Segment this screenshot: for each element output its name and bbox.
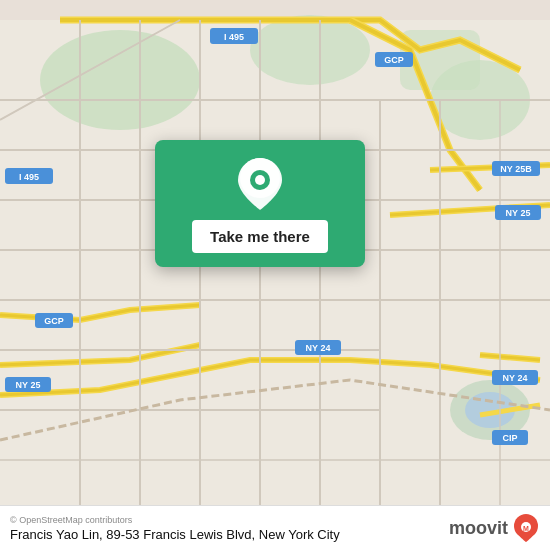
svg-point-1 — [40, 30, 200, 130]
moovit-text: moovit — [449, 518, 508, 539]
svg-text:GCP: GCP — [384, 55, 404, 65]
svg-text:CIP: CIP — [502, 433, 517, 443]
svg-text:NY 24: NY 24 — [306, 343, 331, 353]
svg-text:I 495: I 495 — [224, 32, 244, 42]
location-card: Take me there — [155, 140, 365, 267]
svg-text:I 495: I 495 — [19, 172, 39, 182]
map-background: I 495 I 495 GCP GCP NY 25B NY 25 NY 25 N… — [0, 0, 550, 550]
svg-text:GCP: GCP — [44, 316, 64, 326]
moovit-pin-icon: M — [512, 514, 540, 542]
svg-text:NY 24: NY 24 — [503, 373, 528, 383]
svg-point-46 — [255, 175, 265, 185]
address-text: Francis Yao Lin, 89-53 Francis Lewis Blv… — [10, 527, 439, 542]
take-me-there-button[interactable]: Take me there — [192, 220, 328, 253]
bottom-text-area: © OpenStreetMap contributors Francis Yao… — [10, 515, 439, 542]
moovit-logo: moovit M — [449, 514, 540, 542]
svg-text:NY 25: NY 25 — [506, 208, 531, 218]
map-container: I 495 I 495 GCP GCP NY 25B NY 25 NY 25 N… — [0, 0, 550, 550]
svg-text:NY 25: NY 25 — [16, 380, 41, 390]
svg-text:M: M — [523, 525, 529, 532]
svg-point-2 — [250, 15, 370, 85]
bottom-bar: © OpenStreetMap contributors Francis Yao… — [0, 505, 550, 550]
map-attribution: © OpenStreetMap contributors — [10, 515, 439, 525]
map-pin-icon — [238, 158, 282, 210]
svg-text:NY 25B: NY 25B — [500, 164, 532, 174]
